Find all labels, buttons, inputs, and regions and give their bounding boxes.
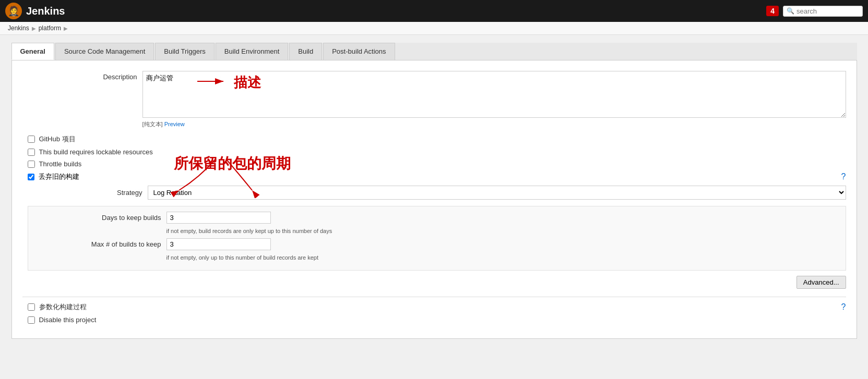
strategy-row: Strategy Log Rotation Never Delete [28,186,846,200]
lockable-checkbox[interactable] [28,149,35,156]
lockable-label: This build requires lockable resources [39,148,153,156]
disable-label: Disable this project [39,316,97,324]
breadcrumb-jenkins[interactable]: Jenkins [8,25,29,32]
tabs-bar: General Source Code Management Build Tri… [11,43,857,60]
search-box: 🔍 [783,6,863,17]
description-textarea[interactable]: 商户运管 [142,71,846,118]
navbar: 🤵 Jenkins 4 🔍 [0,0,868,22]
nav-badge: 4 [766,6,779,16]
navbar-right: 4 🔍 [766,6,863,17]
brand-name: Jenkins [26,5,65,17]
tab-source-code[interactable]: Source Code Management [55,43,154,60]
max-label: Max # of builds to keep [36,240,161,248]
description-area: 商户运管 描述 [142,71,846,119]
days-hint: if not empty, build records are only kep… [167,228,838,234]
parameterize-label: 参数化构建过程 [39,302,87,312]
content-wrapper: General Source Code Management Build Tri… [11,43,857,339]
max-row: Max # of builds to keep [36,238,838,250]
checkbox-discard-row: 丢弃旧的构建 [22,172,846,181]
checkbox-throttle-row: Throttle builds [22,160,846,168]
text-hint-prefix: [纯文本] [142,121,163,127]
parameterize-checkbox[interactable] [28,303,35,311]
advanced-row: Advanced... [22,276,846,289]
disable-checkbox[interactable] [28,316,35,324]
preview-link[interactable]: Preview [164,121,185,127]
description-label: Description [22,71,137,81]
checkbox-github-row: GitHub 项目 [22,135,846,144]
max-input[interactable] [167,238,271,250]
checkbox-lockable-row: This build requires lockable resources [22,148,846,156]
discard-checkbox[interactable] [28,174,34,180]
description-row: Description 商户运管 [22,71,846,128]
sub-form: Days to keep builds if not empty, build … [28,206,846,271]
breadcrumb-platform[interactable]: platform [39,25,61,32]
days-input[interactable] [167,212,271,224]
breadcrumb-sep-1: ▶ [32,26,36,31]
github-checkbox[interactable] [28,136,35,143]
parameterize-help[interactable]: ? [841,302,846,312]
text-hint: [纯文本] Preview [142,120,846,128]
separator [22,297,846,297]
throttle-label: Throttle builds [39,160,82,168]
search-input[interactable] [796,7,859,15]
tab-build-environment[interactable]: Build Environment [216,43,289,60]
tab-general[interactable]: General [11,43,54,60]
jenkins-logo: 🤵 [5,3,22,19]
checkbox-parameterize-row: 参数化构建过程 ? [22,302,846,312]
breadcrumb: Jenkins ▶ platform ▶ [0,22,868,35]
days-label: Days to keep builds [36,214,161,222]
max-hint: if not empty, only up to this number of … [167,254,838,261]
strategy-select[interactable]: Log Rotation Never Delete [148,186,846,200]
github-label: GitHub 项目 [39,135,76,144]
description-control: 商户运管 描述 [142,71,846,128]
checkbox-disable-row: Disable this project [22,316,846,324]
strategy-label: Strategy [28,189,142,197]
brand: 🤵 Jenkins [5,3,65,19]
discard-label: 丢弃旧的构建 [39,172,79,181]
discard-help[interactable]: ? [841,172,846,181]
main-content: General Source Code Management Build Tri… [0,35,868,377]
advanced-button[interactable]: Advanced... [796,276,846,289]
throttle-checkbox[interactable] [28,161,35,168]
days-row: Days to keep builds [36,212,838,224]
tab-build-triggers[interactable]: Build Triggers [155,43,214,60]
breadcrumb-sep-2: ▶ [64,26,68,31]
tab-post-build[interactable]: Post-build Actions [323,43,395,60]
tab-build[interactable]: Build [289,43,322,60]
form-container: Description 商户运管 [11,60,857,339]
search-icon: 🔍 [787,7,794,15]
